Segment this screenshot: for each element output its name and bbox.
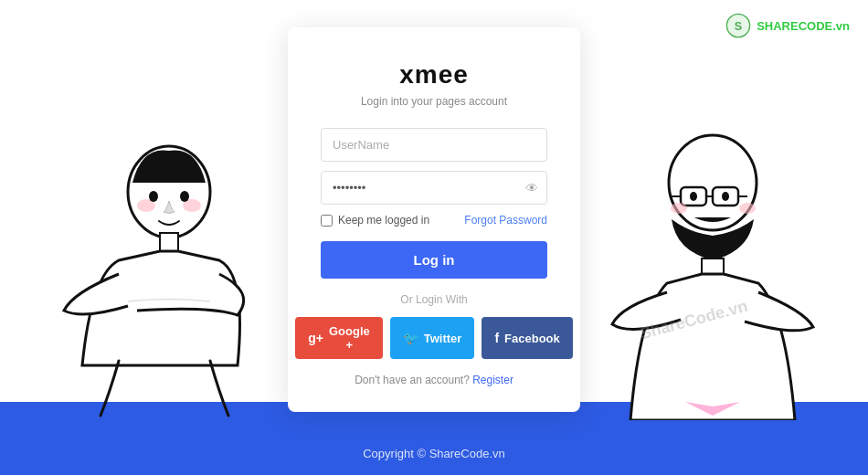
or-text: Or Login With [321, 293, 547, 306]
google-login-button[interactable]: g+ Google + [295, 317, 383, 359]
password-input[interactable] [321, 171, 547, 205]
login-card: xmee Login into your pages account 👁 Kee… [288, 27, 580, 412]
options-row: Keep me logged in Forgot Password [321, 214, 547, 227]
svg-rect-7 [160, 233, 178, 251]
twitter-login-button[interactable]: 🐦 Twitter [390, 317, 475, 359]
left-illustration [0, 91, 292, 420]
sharecode-label: SHARECODE.vn [757, 19, 850, 33]
svg-point-8 [669, 135, 757, 230]
svg-point-15 [722, 192, 729, 201]
app-subtitle: Login into your pages account [321, 95, 547, 108]
facebook-login-button[interactable]: f Facebook [482, 317, 572, 359]
register-link[interactable]: Register [472, 374, 513, 386]
username-input[interactable] [321, 128, 547, 162]
google-icon: g+ [308, 331, 323, 345]
eye-icon[interactable]: 👁 [525, 181, 538, 195]
svg-point-16 [671, 203, 687, 214]
svg-point-14 [690, 192, 697, 201]
register-row: Don't have an account? Register [321, 374, 547, 386]
svg-rect-18 [702, 259, 724, 275]
footer-text: Copyright © ShareCode.vn [363, 447, 505, 460]
right-illustration [594, 91, 868, 420]
facebook-icon: f [494, 331, 499, 345]
app-title: xmee [321, 60, 547, 90]
svg-point-6 [180, 191, 189, 202]
forgot-password-link[interactable]: Forgot Password [464, 214, 547, 227]
svg-text:S: S [735, 20, 742, 33]
social-buttons-row: g+ Google + 🐦 Twitter f Facebook [321, 317, 547, 359]
password-wrapper: 👁 [321, 171, 547, 205]
login-button[interactable]: Log in [321, 241, 547, 279]
sharecode-logo: S SHARECODE.vn [725, 13, 850, 38]
svg-point-5 [149, 191, 158, 202]
keep-logged-checkbox[interactable] [321, 215, 333, 227]
sharecode-icon: S [725, 13, 751, 38]
keep-logged-label[interactable]: Keep me logged in [321, 214, 429, 227]
svg-point-17 [739, 203, 756, 214]
twitter-icon: 🐦 [403, 331, 418, 345]
